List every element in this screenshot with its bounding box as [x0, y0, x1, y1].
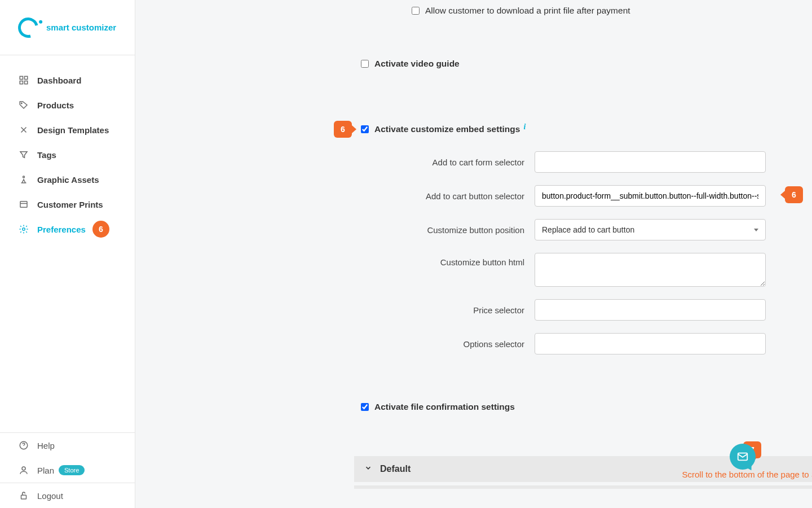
sidebar-item-label: Plan	[37, 466, 54, 475]
nav-footer: Help Plan Store Logout	[0, 432, 135, 508]
form-label: Add to cart button selector	[354, 191, 535, 201]
file-confirmation-label: Activate file confirmation settings	[374, 402, 515, 412]
save-hint: Scroll to the bottom of the page to Save	[636, 470, 812, 479]
form-row-options-selector: Options selector	[354, 333, 766, 354]
form-label: Customize button html	[354, 253, 535, 267]
info-icon[interactable]: i	[523, 122, 526, 132]
logo[interactable]: smart customizer	[0, 0, 135, 55]
nav-main: Dashboard Products Design Templates Tags…	[0, 55, 135, 432]
step-marker-6-left: 6	[334, 121, 352, 138]
video-guide-checkbox[interactable]	[361, 60, 369, 68]
cart-button-selector-input[interactable]	[535, 185, 766, 207]
form-label: Customize button position	[354, 225, 535, 235]
sidebar-item-label: Dashboard	[37, 76, 81, 85]
svg-point-9	[22, 467, 25, 470]
sidebar-item-label: Preferences	[37, 225, 86, 234]
svg-rect-0	[20, 76, 23, 79]
form-label: Price selector	[354, 305, 535, 315]
sidebar-item-label: Tags	[37, 150, 56, 160]
form-row-cart-button-selector: Add to cart button selector	[354, 185, 766, 207]
dashboard-icon	[18, 75, 29, 86]
allow-download-row: Allow customer to download a print file …	[412, 6, 630, 16]
options-selector-input[interactable]	[535, 333, 766, 354]
svg-rect-6	[20, 202, 27, 208]
file-confirmation-row: Activate file confirmation settings	[361, 402, 515, 412]
prints-icon	[18, 199, 29, 210]
tag-icon	[18, 99, 29, 111]
form-row-cart-form-selector: Add to cart form selector	[354, 151, 766, 173]
svg-rect-3	[25, 81, 28, 84]
sidebar-item-label: Customer Prints	[37, 200, 103, 209]
form-row-button-html: Customize button html	[354, 253, 766, 287]
embed-settings-label: Activate customize embed settings	[374, 124, 520, 134]
svg-point-4	[21, 103, 23, 104]
filter-icon	[18, 149, 29, 160]
accordion-next-stub	[354, 485, 812, 489]
price-selector-input[interactable]	[535, 299, 766, 321]
sidebar-item-label: Logout	[37, 491, 63, 501]
form-label: Add to cart form selector	[354, 157, 535, 167]
chevron-down-icon	[754, 229, 758, 231]
allow-download-label: Allow customer to download a print file …	[425, 6, 630, 16]
svg-rect-2	[20, 81, 23, 84]
sidebar-item-graphic-assets[interactable]: Graphic Assets	[0, 167, 135, 192]
svg-point-5	[23, 176, 25, 178]
button-position-select[interactable]: Replace add to cart button	[535, 219, 766, 240]
button-html-textarea[interactable]	[535, 253, 766, 287]
user-icon	[18, 465, 29, 476]
form-row-price-selector: Price selector	[354, 299, 766, 321]
sidebar-item-plan[interactable]: Plan Store	[0, 458, 135, 483]
form-row-button-position: Customize button position Replace add to…	[354, 219, 766, 240]
sidebar-item-preferences[interactable]: Preferences 6	[0, 217, 135, 242]
sidebar-item-dashboard[interactable]: Dashboard	[0, 68, 135, 93]
sidebar-item-label: Products	[37, 100, 74, 110]
svg-point-7	[23, 228, 25, 231]
sidebar-item-label: Design Templates	[37, 125, 109, 135]
lock-icon	[18, 490, 29, 501]
sidebar-item-products[interactable]: Products	[0, 93, 135, 117]
help-icon	[18, 440, 29, 451]
svg-rect-10	[21, 495, 27, 499]
sidebar-item-help[interactable]: Help	[0, 433, 135, 458]
embed-settings-row: Activate customize embed settings i	[361, 124, 526, 134]
accordion-title: Default	[380, 464, 411, 474]
sidebar-item-label: Graphic Assets	[37, 175, 99, 185]
chat-button[interactable]	[730, 444, 756, 470]
plan-pill: Store	[59, 465, 85, 475]
logo-icon	[14, 14, 42, 41]
svg-rect-1	[25, 76, 28, 79]
video-guide-label: Activate video guide	[374, 59, 460, 69]
file-confirmation-checkbox[interactable]	[361, 403, 369, 411]
mail-icon	[736, 450, 749, 463]
form-label: Options selector	[354, 339, 535, 349]
templates-icon	[18, 124, 29, 135]
allow-download-checkbox[interactable]	[412, 7, 420, 15]
preferences-badge: 6	[92, 221, 109, 238]
cart-form-selector-input[interactable]	[535, 151, 766, 173]
sidebar-item-customer-prints[interactable]: Customer Prints	[0, 192, 135, 217]
main-content: Allow customer to download a print file …	[135, 0, 812, 508]
select-value: Replace add to cart button	[542, 225, 634, 234]
gear-icon	[18, 224, 29, 235]
step-marker-6-right: 6	[785, 186, 803, 203]
sidebar-item-design-templates[interactable]: Design Templates	[0, 117, 135, 142]
sidebar: smart customizer Dashboard Products Desi…	[0, 0, 135, 508]
brand-name: smart customizer	[46, 23, 116, 32]
chevron-down-icon	[364, 464, 372, 474]
sidebar-item-tags[interactable]: Tags	[0, 142, 135, 167]
sidebar-item-logout[interactable]: Logout	[0, 483, 135, 508]
assets-icon	[18, 174, 29, 185]
sidebar-item-label: Help	[37, 441, 55, 450]
video-guide-row: Activate video guide	[361, 59, 460, 69]
embed-settings-checkbox[interactable]	[361, 125, 369, 133]
